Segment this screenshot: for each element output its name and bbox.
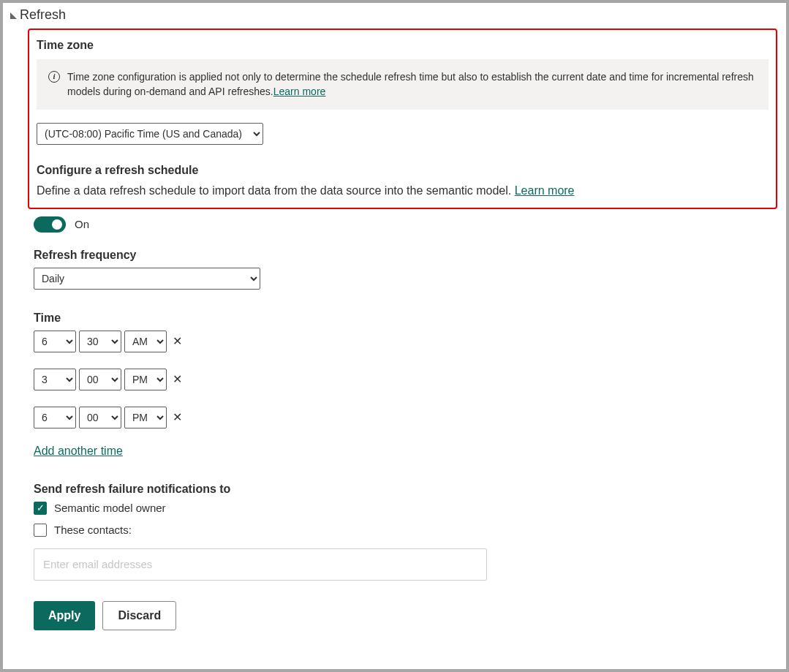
- time-row: 3 00 PM ✕: [34, 369, 771, 390]
- info-icon: i: [48, 71, 60, 83]
- highlighted-region: Time zone i Time zone configuration is a…: [28, 29, 777, 209]
- minute-select[interactable]: 00: [79, 407, 121, 429]
- schedule-heading: Configure a refresh schedule: [37, 164, 769, 177]
- schedule-toggle[interactable]: [34, 216, 66, 233]
- timezone-select[interactable]: (UTC-08:00) Pacific Time (US and Canada): [37, 123, 263, 145]
- notifications-heading: Send refresh failure notifications to: [34, 483, 771, 496]
- timezone-learn-more-link[interactable]: Learn more: [273, 86, 326, 97]
- ampm-select[interactable]: PM: [124, 369, 167, 390]
- section-header[interactable]: Refresh: [10, 7, 779, 23]
- time-label: Time: [34, 312, 771, 325]
- contacts-label: These contacts:: [54, 524, 132, 536]
- ampm-select[interactable]: AM: [124, 331, 167, 352]
- toggle-knob: [52, 219, 62, 230]
- time-row: 6 00 PM ✕: [34, 407, 771, 429]
- apply-button[interactable]: Apply: [34, 601, 95, 630]
- hour-select[interactable]: 6: [34, 331, 76, 352]
- contacts-checkbox[interactable]: [34, 524, 47, 537]
- schedule-learn-more-link[interactable]: Learn more: [515, 184, 575, 197]
- time-row: 6 30 AM ✕: [34, 331, 771, 352]
- frequency-label: Refresh frequency: [34, 249, 771, 262]
- timezone-heading: Time zone: [37, 39, 769, 52]
- minute-select[interactable]: 30: [79, 331, 121, 352]
- remove-time-icon[interactable]: ✕: [173, 372, 182, 386]
- add-time-link[interactable]: Add another time: [34, 445, 123, 458]
- ampm-select[interactable]: PM: [124, 407, 167, 429]
- timezone-info-banner: i Time zone configuration is applied not…: [37, 59, 769, 110]
- discard-button[interactable]: Discard: [102, 601, 176, 630]
- section-title: Refresh: [20, 7, 66, 23]
- check-icon: ✓: [37, 503, 45, 513]
- frequency-select[interactable]: Daily: [34, 268, 260, 290]
- remove-time-icon[interactable]: ✕: [173, 334, 182, 348]
- timezone-info-text: Time zone configuration is applied not o…: [67, 69, 757, 99]
- schedule-description: Define a data refresh schedule to import…: [37, 184, 769, 197]
- email-input[interactable]: [34, 548, 487, 581]
- owner-label: Semantic model owner: [54, 502, 166, 514]
- owner-checkbox[interactable]: ✓: [34, 502, 47, 515]
- hour-select[interactable]: 6: [34, 407, 76, 429]
- minute-select[interactable]: 00: [79, 369, 121, 390]
- collapse-icon: [10, 12, 17, 19]
- toggle-label: On: [75, 218, 89, 230]
- hour-select[interactable]: 3: [34, 369, 76, 390]
- remove-time-icon[interactable]: ✕: [173, 410, 182, 424]
